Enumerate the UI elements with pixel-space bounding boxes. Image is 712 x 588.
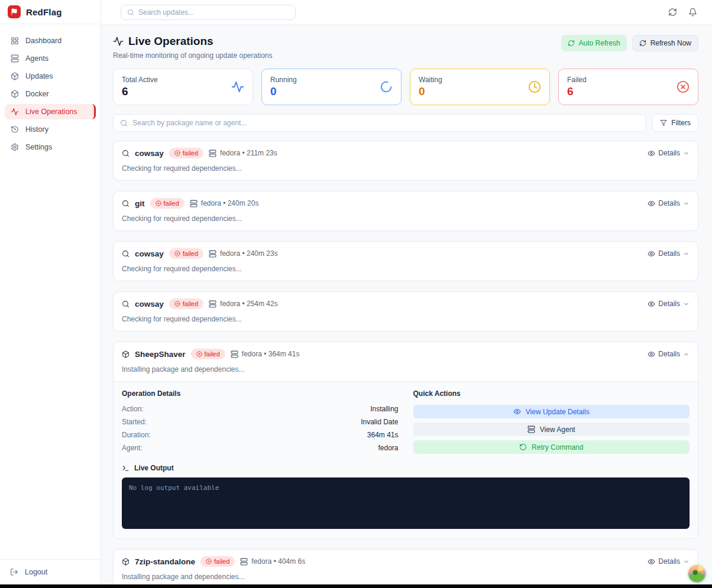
eye-icon	[648, 250, 655, 258]
sidebar-item-dashboard[interactable]: Dashboard	[5, 33, 96, 48]
operation-message: Checking for required dependencies...	[122, 164, 277, 173]
operation-details-panel: Operation Details Action:Installing Star…	[122, 389, 399, 458]
sidebar-item-label: Docker	[25, 90, 49, 98]
eye-icon	[648, 350, 655, 358]
server-icon	[231, 350, 238, 358]
operations-list: cowsay failed fedora • 211m 23s Checking…	[113, 141, 698, 584]
status-badge: failed	[169, 298, 203, 309]
operation-meta: fedora • 240m 23s	[209, 249, 278, 258]
detail-row: Agent:fedora	[122, 444, 399, 452]
view-update-details-button[interactable]: View Update Details	[413, 405, 690, 418]
auto-refresh-button[interactable]: Auto Refresh	[561, 35, 627, 51]
refresh-icon	[639, 40, 646, 47]
logout-icon	[10, 568, 18, 576]
status-badge: failed	[200, 556, 235, 567]
bell-icon[interactable]	[688, 8, 697, 17]
details-button[interactable]: Details	[648, 249, 690, 258]
sidebar-item-settings[interactable]: Settings	[5, 139, 96, 155]
live-output-title: Live Output	[134, 464, 174, 472]
eye-icon	[648, 200, 655, 207]
page-title-text: Live Operations	[128, 35, 213, 48]
terminal-icon	[122, 464, 130, 472]
filters-button[interactable]: Filters	[652, 114, 698, 132]
circle-x-icon	[206, 558, 212, 564]
stat-value: 6	[122, 85, 158, 98]
sidebar-item-docker[interactable]: Docker	[5, 86, 96, 102]
operation-card: cowsay failed fedora • 240m 23s Checking…	[113, 241, 698, 281]
sidebar-footer: Logout	[0, 559, 101, 584]
search-icon	[120, 119, 128, 127]
bottom-edge-strip	[0, 584, 712, 588]
details-button[interactable]: Details	[648, 557, 690, 566]
stat-card-failed: Failed6	[558, 69, 698, 105]
clock-icon	[528, 80, 541, 93]
server-icon	[209, 300, 216, 308]
details-button[interactable]: Details	[648, 149, 690, 157]
refresh-now-button[interactable]: Refresh Now	[632, 35, 698, 51]
operation-expanded-panel: Operation Details Action:Installing Star…	[114, 381, 698, 538]
refresh-icon[interactable]	[668, 8, 677, 17]
live-output-header: Live Output	[122, 464, 690, 472]
view-agent-button[interactable]: View Agent	[413, 423, 690, 436]
chevron-down-icon	[683, 150, 690, 157]
operation-name: 7zip-standalone	[135, 557, 195, 566]
stat-card-running: Running0	[261, 69, 402, 105]
activity-icon	[113, 36, 124, 47]
chevron-down-icon	[683, 251, 690, 257]
island-avatar[interactable]	[688, 565, 705, 582]
circle-x-icon	[196, 351, 202, 357]
live-output-terminal: No log output available	[122, 477, 690, 529]
page-header: Live Operations Real-time monitoring of …	[113, 35, 698, 60]
stat-value: 6	[567, 85, 587, 98]
header-actions: Auto Refresh Refresh Now	[561, 35, 698, 51]
quick-actions-title: Quick Actions	[413, 389, 690, 398]
topbar-icons	[668, 8, 697, 17]
stat-card-waiting: Waiting0	[410, 69, 550, 105]
search-icon	[122, 150, 130, 157]
eye-icon	[648, 558, 655, 566]
details-button[interactable]: Details	[648, 199, 690, 207]
operation-details-title: Operation Details	[122, 389, 399, 398]
main-area: Live Operations Real-time monitoring of …	[101, 0, 712, 584]
sidebar-item-label: Settings	[25, 143, 52, 151]
status-badge: failed	[169, 148, 203, 158]
chevron-down-icon	[683, 558, 690, 565]
circle-x-icon	[174, 251, 180, 256]
chevron-up-icon	[683, 351, 690, 358]
sidebar-item-history[interactable]: History	[5, 122, 96, 137]
sidebar: RedFlag Dashboard Agents Updates Docker …	[0, 0, 101, 584]
details-button[interactable]: Details	[648, 350, 690, 358]
server-icon	[209, 250, 216, 258]
status-badge: failed	[169, 248, 203, 259]
search-icon	[122, 200, 130, 207]
funnel-icon	[660, 119, 667, 126]
operation-meta: fedora • 240m 20s	[190, 199, 259, 207]
status-badge: failed	[150, 198, 185, 209]
operation-meta: fedora • 254m 42s	[209, 300, 278, 308]
circle-x-icon	[156, 200, 161, 206]
sidebar-item-updates[interactable]: Updates	[5, 69, 96, 84]
operation-message: Installing package and dependencies...	[122, 365, 299, 373]
operation-message: Checking for required dependencies...	[122, 265, 278, 273]
operation-card-expanded: SheepShaver failed fedora • 364m 41s Ins…	[113, 342, 698, 539]
retry-command-button[interactable]: Retry Command	[413, 440, 690, 454]
eye-icon	[648, 150, 655, 157]
sidebar-item-live-operations[interactable]: Live Operations	[5, 104, 96, 119]
operations-search-input[interactable]	[132, 119, 639, 127]
stat-value: 0	[270, 85, 297, 98]
stat-label: Failed	[567, 76, 587, 84]
auto-refresh-label: Auto Refresh	[579, 39, 620, 47]
server-icon	[240, 558, 248, 566]
operation-name: cowsay	[135, 149, 164, 158]
global-search-input[interactable]	[138, 8, 289, 17]
details-button[interactable]: Details	[648, 300, 690, 308]
logout-button[interactable]: Logout	[10, 568, 90, 576]
operation-name: SheepShaver	[135, 350, 186, 359]
operation-name: cowsay	[135, 249, 164, 258]
operation-message: Checking for required dependencies...	[122, 315, 278, 323]
sidebar-item-label: Live Operations	[25, 108, 77, 116]
redflag-logo	[8, 5, 21, 18]
page-title: Live Operations	[113, 35, 273, 48]
sidebar-item-agents[interactable]: Agents	[5, 51, 96, 66]
eye-icon	[513, 408, 521, 415]
